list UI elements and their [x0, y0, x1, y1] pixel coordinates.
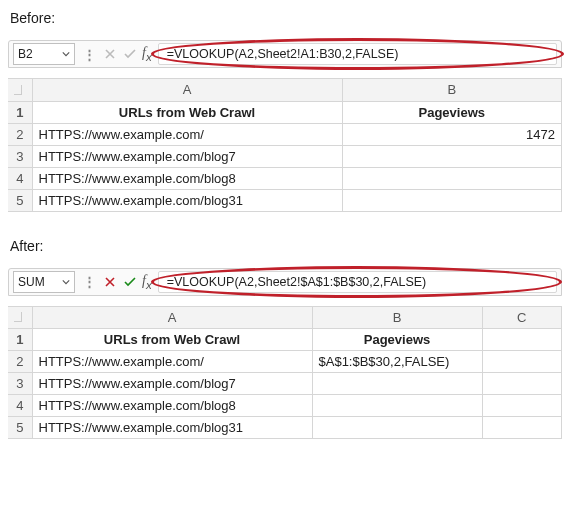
col-header-A[interactable]: A — [32, 79, 342, 101]
row-header[interactable]: 4 — [8, 395, 32, 417]
cell[interactable] — [482, 351, 562, 373]
before-label: Before: — [10, 10, 562, 26]
cancel-button[interactable] — [101, 44, 119, 64]
col-header-B[interactable]: B — [342, 79, 562, 101]
cell[interactable] — [342, 145, 562, 167]
formula-bar-after: SUM ⋮ fx =VLOOKUP(A2,Sheet2!$A$1:$B$30,2… — [8, 268, 562, 296]
cell[interactable] — [312, 373, 482, 395]
after-label: After: — [10, 238, 562, 254]
cell[interactable] — [342, 189, 562, 211]
row-header[interactable]: 2 — [8, 123, 32, 145]
x-icon — [105, 49, 115, 59]
spreadsheet-before[interactable]: A B 1 URLs from Web Crawl Pageviews 2 HT… — [8, 78, 562, 212]
chevron-down-icon[interactable] — [62, 50, 70, 58]
row-header[interactable]: 5 — [8, 189, 32, 211]
fx-icon[interactable]: fx — [142, 273, 152, 291]
cell[interactable] — [482, 395, 562, 417]
name-box[interactable]: B2 — [13, 43, 75, 65]
name-box[interactable]: SUM — [13, 271, 75, 293]
formula-input[interactable]: =VLOOKUP(A2,Sheet2!$A$1:$B$30,2,FALSE) — [158, 271, 557, 293]
row-header[interactable]: 3 — [8, 145, 32, 167]
separator-icon: ⋮ — [83, 274, 96, 289]
formula-bar-before: B2 ⋮ fx =VLOOKUP(A2,Sheet2!A1:B30,2,FALS… — [8, 40, 562, 68]
enter-button[interactable] — [121, 44, 139, 64]
check-icon — [124, 49, 136, 59]
cell[interactable] — [482, 329, 562, 351]
spreadsheet-after[interactable]: A B C 1 URLs from Web Crawl Pageviews 2 … — [8, 306, 562, 440]
formula-text: =VLOOKUP(A2,Sheet2!$A$1:$B$30,2,FALSE) — [167, 275, 427, 289]
chevron-down-icon[interactable] — [62, 278, 70, 286]
after-block: After: SUM ⋮ fx =VLOOKUP(A2,Sheet2!$A$1:… — [8, 238, 562, 440]
formula-input[interactable]: =VLOOKUP(A2,Sheet2!A1:B30,2,FALSE) — [158, 43, 557, 65]
fx-icon[interactable]: fx — [142, 45, 152, 63]
check-icon — [124, 277, 136, 287]
cell[interactable]: 1472 — [342, 123, 562, 145]
row-header[interactable]: 2 — [8, 351, 32, 373]
select-all-corner[interactable] — [8, 79, 32, 101]
cell[interactable]: Pageviews — [312, 329, 482, 351]
row-header[interactable]: 1 — [8, 329, 32, 351]
name-box-value: B2 — [18, 47, 33, 61]
x-icon — [105, 277, 115, 287]
cell[interactable] — [342, 167, 562, 189]
enter-button[interactable] — [121, 272, 139, 292]
formula-text: =VLOOKUP(A2,Sheet2!A1:B30,2,FALSE) — [167, 47, 399, 61]
row-header[interactable]: 5 — [8, 417, 32, 439]
select-all-corner[interactable] — [8, 307, 32, 329]
name-box-value: SUM — [18, 275, 45, 289]
cell[interactable] — [482, 417, 562, 439]
col-header-B[interactable]: B — [312, 307, 482, 329]
row-header[interactable]: 3 — [8, 373, 32, 395]
row-header[interactable]: 1 — [8, 101, 32, 123]
cell[interactable]: $A$1:$B$30,2,FALSE) — [312, 351, 482, 373]
row-header[interactable]: 4 — [8, 167, 32, 189]
col-header-A[interactable]: A — [32, 307, 312, 329]
cell[interactable] — [482, 373, 562, 395]
cell[interactable]: HTTPS://www.example.com/blog8 — [32, 167, 342, 189]
cell[interactable]: HTTPS://www.example.com/blog8 — [32, 395, 312, 417]
cell[interactable]: HTTPS://www.example.com/blog7 — [32, 145, 342, 167]
cell[interactable] — [312, 417, 482, 439]
cell[interactable]: HTTPS://www.example.com/blog31 — [32, 417, 312, 439]
cell[interactable]: HTTPS://www.example.com/blog31 — [32, 189, 342, 211]
cell[interactable]: HTTPS://www.example.com/blog7 — [32, 373, 312, 395]
cell[interactable]: URLs from Web Crawl — [32, 329, 312, 351]
cancel-button[interactable] — [101, 272, 119, 292]
cell[interactable]: HTTPS://www.example.com/ — [32, 351, 312, 373]
col-header-C[interactable]: C — [482, 307, 562, 329]
before-block: Before: B2 ⋮ fx =VLOOKUP(A2,Sheet2!A1:B3… — [8, 10, 562, 212]
cell[interactable] — [312, 395, 482, 417]
cell[interactable]: HTTPS://www.example.com/ — [32, 123, 342, 145]
separator-icon: ⋮ — [83, 47, 96, 62]
cell[interactable]: Pageviews — [342, 101, 562, 123]
cell[interactable]: URLs from Web Crawl — [32, 101, 342, 123]
